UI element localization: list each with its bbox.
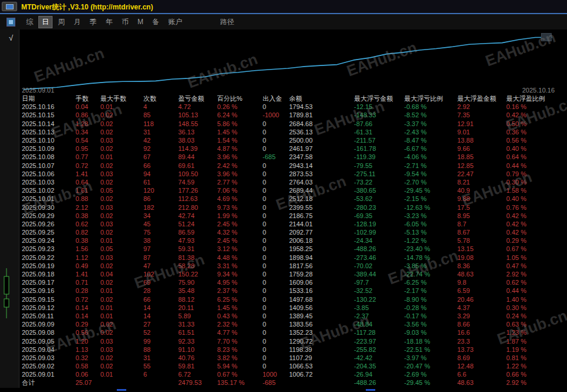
column-header[interactable]: 最大浮亏比例 bbox=[404, 94, 457, 103]
table-row[interactable]: 2025.09.250.820.027586.594.32 %02092.77-… bbox=[22, 228, 558, 236]
table-row[interactable]: 2025.09.030.320.023140.763.82 %01107.29-… bbox=[22, 354, 558, 362]
table-row[interactable]: 2025.10.030.640.026174.592.77 %02764.03-… bbox=[22, 178, 558, 186]
column-header[interactable]: 最大手数 bbox=[100, 94, 143, 103]
tab-季[interactable]: 季 bbox=[86, 16, 100, 28]
table-row[interactable]: 2025.09.120.140.011420.111.45 %01409.56-… bbox=[22, 304, 558, 312]
tab-M[interactable]: M bbox=[134, 17, 147, 27]
path-menu-item[interactable]: 路径 bbox=[220, 17, 234, 27]
cell: -3.85 % bbox=[404, 262, 457, 270]
column-header[interactable]: 次数 bbox=[143, 94, 178, 103]
tab-周[interactable]: 周 bbox=[54, 16, 68, 28]
table-row[interactable]: 2025.10.150.860.0285105.136.24 %-1000178… bbox=[22, 111, 558, 119]
cell: 0.40 % bbox=[506, 195, 558, 203]
table-row[interactable]: 2025.10.130.340.023136.131.45 %02536.13-… bbox=[22, 128, 558, 136]
mtdriver-statistics-window: MTDriver统计 ,V3.10 (http://mtdriver.cn) 综… bbox=[0, 0, 567, 392]
column-header[interactable]: 日期 bbox=[22, 94, 76, 103]
cell: 69.61 bbox=[178, 162, 217, 170]
cell: 2943.14 bbox=[289, 162, 354, 170]
table-row[interactable]: 2025.09.170.710.026975.904.95 %01609.06-… bbox=[22, 278, 558, 286]
cell: 0.64 % bbox=[506, 153, 558, 161]
column-header[interactable]: 最大浮盈金额 bbox=[457, 94, 506, 103]
column-header[interactable]: 最大浮盈比例 bbox=[506, 94, 558, 103]
table-row[interactable]: 2025.09.020.580.025559.815.94 %01066.53-… bbox=[22, 362, 558, 370]
cell: 0.58 bbox=[76, 362, 100, 370]
cell: -3.56 % bbox=[404, 320, 457, 328]
cell: 5.86 % bbox=[217, 120, 263, 128]
cell: 2025.09.05 bbox=[22, 337, 76, 345]
cell: 0 bbox=[263, 203, 289, 212]
tab-综[interactable]: 综 bbox=[22, 16, 37, 28]
tab-月[interactable]: 月 bbox=[70, 16, 84, 28]
cell: 8.23 % bbox=[217, 345, 263, 354]
table-row[interactable]: 2025.10.160.040.0144.720.26 %01794.53-12… bbox=[22, 103, 558, 111]
table-row[interactable]: 2025.09.231.560.059759.313.12 %01958.25-… bbox=[22, 245, 558, 253]
table-total-row[interactable]: 合计25.072479.53135.17 %-685-488.26-29.45 … bbox=[22, 378, 558, 387]
table-row[interactable]: 2025.09.290.380.023442.741.99 %02186.75-… bbox=[22, 212, 558, 220]
cell: 0.02 bbox=[100, 228, 143, 236]
cell: 2025.09.09 bbox=[22, 320, 76, 328]
check-icon[interactable]: √ bbox=[9, 34, 13, 42]
cell: 0.63 % bbox=[506, 320, 558, 328]
table-row[interactable]: 2025.09.190.490.024758.283.31 %01817.56-… bbox=[22, 262, 558, 270]
cell: 4 bbox=[143, 103, 178, 111]
cell: 0.02 bbox=[100, 128, 143, 136]
table-row[interactable]: 2025.10.080.770.016789.443.96 %-6852347.… bbox=[22, 153, 558, 161]
table-row[interactable]: 2025.09.181.410.04102150.229.34 %01759.2… bbox=[22, 270, 558, 278]
cell: 48.63 bbox=[457, 378, 506, 387]
cell: 92 bbox=[143, 144, 178, 153]
cell: -22.74 % bbox=[404, 270, 457, 278]
table-row[interactable]: 2025.09.240.380.013847.932.45 %02006.18-… bbox=[22, 236, 558, 245]
cell: 0 bbox=[263, 144, 289, 153]
indicator-icon[interactable] bbox=[6, 18, 15, 27]
tab-账户[interactable]: 账户 bbox=[165, 16, 186, 28]
column-header[interactable]: 百分比% bbox=[217, 94, 263, 103]
table-row[interactable]: 2025.09.260.620.034551.242.45 %02144.01-… bbox=[22, 220, 558, 228]
cell: 1759.28 bbox=[289, 270, 354, 278]
table-row[interactable]: 2025.10.141.280.02118148.555.86 %02684.6… bbox=[22, 120, 558, 128]
cell: -0.17 % bbox=[404, 312, 457, 320]
cell: 0.02 bbox=[100, 120, 143, 128]
cell: 6.24 % bbox=[217, 111, 263, 119]
cell: 66 bbox=[143, 162, 178, 170]
column-header[interactable]: 最大浮亏金额 bbox=[354, 94, 404, 103]
table-row[interactable]: 2025.10.021.610.05120177.267.06 %02689.4… bbox=[22, 186, 558, 195]
cell: 0.56 % bbox=[506, 136, 558, 144]
cell: 0.38 bbox=[76, 236, 100, 245]
cell: 20.11 bbox=[178, 304, 217, 312]
table-row[interactable]: 2025.09.090.290.022731.332.32 %01383.56-… bbox=[22, 320, 558, 328]
table-row[interactable]: 2025.09.221.120.038781.384.48 %01898.94-… bbox=[22, 253, 558, 262]
table-row[interactable]: 2025.10.070.720.026669.612.42 %02943.14-… bbox=[22, 162, 558, 170]
cell: 2025.09.08 bbox=[22, 328, 76, 337]
cell: 0 bbox=[263, 312, 289, 320]
cell: -488.26 bbox=[354, 378, 404, 387]
table-row[interactable]: 2025.10.061.410.0394109.503.96 %02873.53… bbox=[22, 170, 558, 178]
tab-币[interactable]: 币 bbox=[118, 16, 132, 28]
tab-备[interactable]: 备 bbox=[149, 16, 163, 28]
cell: 0 bbox=[263, 136, 289, 144]
table-row[interactable]: 2025.09.010.060.0166.720.67 %10001006.72… bbox=[22, 370, 558, 378]
tab-日[interactable]: 日 bbox=[38, 16, 53, 28]
table-row[interactable]: 2025.10.100.540.034238.031.54 %02500.00-… bbox=[22, 136, 558, 144]
cell: 99 bbox=[143, 337, 178, 345]
column-header[interactable]: 手数 bbox=[76, 94, 100, 103]
table-row[interactable]: 2025.09.110.140.01145.890.43 %01389.45-2… bbox=[22, 312, 558, 320]
table-header: 日期手数最大手数次数盈亏金额百分比%出入金余额最大浮亏金额最大浮亏比例最大浮盈金… bbox=[22, 94, 558, 103]
table-row[interactable]: 2025.10.090.950.0292114.394.87 %02461.97… bbox=[22, 144, 558, 153]
cell: 1.40 % bbox=[506, 295, 558, 304]
cell: 8.66 bbox=[457, 320, 506, 328]
cell: -22.51 % bbox=[404, 345, 457, 354]
column-header[interactable]: 盈亏金额 bbox=[178, 94, 217, 103]
window-icon[interactable] bbox=[2, 2, 17, 11]
cell: 42 bbox=[143, 136, 178, 144]
table-row[interactable]: 2025.09.080.560.025261.514.77 %01352.23-… bbox=[22, 328, 558, 337]
table-row[interactable]: 2025.09.150.720.026688.126.25 %01497.68-… bbox=[22, 295, 558, 304]
table-row[interactable]: 2025.09.051.200.039992.337.70 %01290.72-… bbox=[22, 337, 558, 345]
table-row[interactable]: 2025.09.041.130.038891.108.23 %01198.39-… bbox=[22, 345, 558, 354]
table-row[interactable]: 2025.09.302.120.03182212.809.73 %02399.5… bbox=[22, 203, 558, 211]
column-header[interactable]: 余额 bbox=[289, 94, 354, 103]
table-row[interactable]: 2025.10.010.880.0286112.634.69 %02512.18… bbox=[22, 195, 558, 203]
column-header[interactable]: 出入金 bbox=[263, 94, 289, 103]
cell: -24.34 bbox=[354, 236, 404, 245]
tab-年[interactable]: 年 bbox=[102, 16, 116, 28]
table-row[interactable]: 2025.09.160.280.012835.482.37 %01533.16-… bbox=[22, 286, 558, 295]
